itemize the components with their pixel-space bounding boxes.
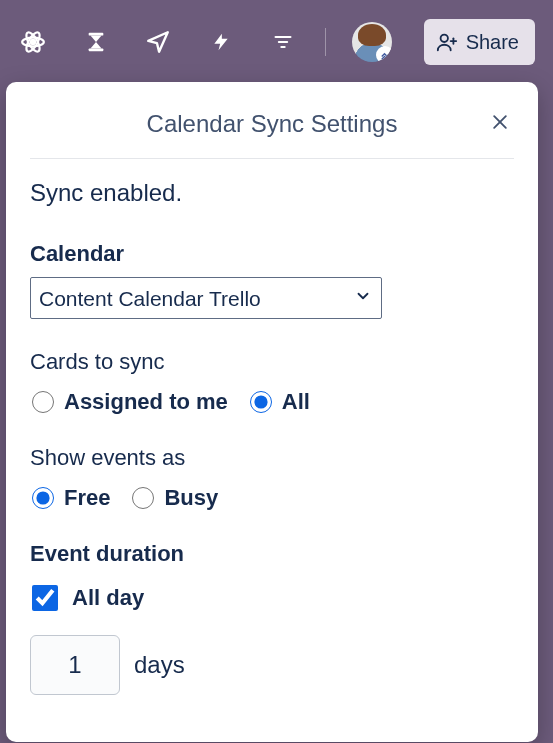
close-icon: [490, 112, 510, 132]
radio-all[interactable]: All: [250, 389, 310, 415]
radio-busy-input[interactable]: [132, 487, 154, 509]
sync-status: Sync enabled.: [30, 179, 514, 207]
radio-free-input[interactable]: [32, 487, 54, 509]
radio-free[interactable]: Free: [32, 485, 110, 511]
calendar-select-wrap: Content Calendar Trello: [30, 277, 382, 319]
all-day-label: All day: [72, 585, 144, 611]
filter-icon[interactable]: [268, 26, 299, 58]
show-events-label: Show events as: [30, 445, 514, 471]
duration-unit: days: [134, 651, 185, 679]
hourglass-icon[interactable]: [81, 26, 112, 58]
svg-rect-5: [88, 48, 103, 51]
cards-to-sync-label: Cards to sync: [30, 349, 514, 375]
calendar-label: Calendar: [30, 241, 514, 267]
top-toolbar: Share: [0, 0, 553, 84]
bolt-icon[interactable]: [206, 26, 237, 58]
show-events-group: Free Busy: [32, 485, 514, 511]
share-button[interactable]: Share: [424, 19, 535, 65]
panel-title: Calendar Sync Settings: [30, 110, 514, 138]
location-arrow-icon[interactable]: [143, 26, 174, 58]
all-day-row: All day: [32, 585, 514, 611]
radio-assigned-input[interactable]: [32, 391, 54, 413]
avatar-badge-icon: [376, 46, 392, 62]
radio-all-input[interactable]: [250, 391, 272, 413]
panel-header: Calendar Sync Settings: [30, 106, 514, 159]
calendar-sync-panel: Calendar Sync Settings Sync enabled. Cal…: [6, 82, 538, 742]
radio-free-label: Free: [64, 485, 110, 511]
radio-busy[interactable]: Busy: [132, 485, 218, 511]
duration-row: days: [30, 635, 514, 695]
radio-busy-label: Busy: [164, 485, 218, 511]
radio-assigned-label: Assigned to me: [64, 389, 228, 415]
radio-assigned-to-me[interactable]: Assigned to me: [32, 389, 228, 415]
atom-icon[interactable]: [18, 26, 49, 58]
svg-point-9: [440, 35, 447, 42]
calendar-select[interactable]: Content Calendar Trello: [30, 277, 382, 319]
svg-rect-4: [88, 33, 103, 36]
user-add-icon: [436, 31, 458, 53]
all-day-checkbox[interactable]: [32, 585, 58, 611]
toolbar-divider: [325, 28, 326, 56]
duration-input[interactable]: [30, 635, 120, 695]
svg-point-0: [31, 40, 35, 44]
share-button-label: Share: [466, 31, 519, 54]
avatar[interactable]: [352, 22, 392, 62]
radio-all-label: All: [282, 389, 310, 415]
cards-to-sync-group: Assigned to me All: [32, 389, 514, 415]
close-button[interactable]: [486, 108, 514, 136]
event-duration-label: Event duration: [30, 541, 514, 567]
